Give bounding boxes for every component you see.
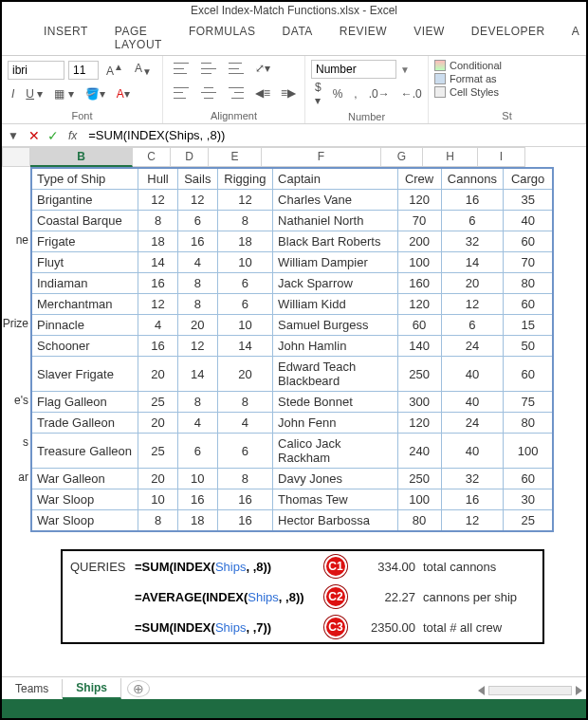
header-hull[interactable]: Hull xyxy=(138,168,178,190)
col-header-c[interactable]: C xyxy=(133,147,171,167)
query-formula-2[interactable]: =AVERAGE(INDEX(Ships, ,8)) xyxy=(135,590,324,604)
cell[interactable]: 8 xyxy=(138,211,178,231)
col-header-f[interactable]: F xyxy=(262,147,381,167)
query-formula-3[interactable]: =SUM(INDEX(Ships, ,7)) xyxy=(135,620,324,635)
cell[interactable]: War Galleon xyxy=(31,469,138,489)
cell[interactable]: 6 xyxy=(217,294,272,315)
cell[interactable]: 80 xyxy=(397,510,441,532)
cell[interactable]: 4 xyxy=(138,315,178,336)
cell[interactable]: 8 xyxy=(217,211,272,231)
table-row[interactable]: Merchantman1286William Kidd1201260 xyxy=(31,294,553,315)
tab-page-layout[interactable]: PAGE LAYOUT xyxy=(101,21,175,55)
cell[interactable]: 14 xyxy=(441,252,504,273)
table-row[interactable]: Brigantine121212Charles Vane1201635 xyxy=(31,190,553,211)
cell[interactable]: 10 xyxy=(138,489,178,510)
cell[interactable]: 140 xyxy=(397,336,441,357)
cell[interactable]: 6 xyxy=(217,273,272,294)
table-row[interactable]: Treasure Galleon2566Calico Jack Rackham2… xyxy=(31,434,553,469)
cell[interactable]: Black Bart Roberts xyxy=(273,231,397,252)
table-row[interactable]: War Sloop81816Hector Barbossa801225 xyxy=(31,510,553,532)
cell[interactable]: Nathaniel North xyxy=(273,211,397,231)
cell[interactable]: 300 xyxy=(397,392,441,413)
col-header-b[interactable]: B xyxy=(30,147,133,167)
header-rigging[interactable]: Rigging xyxy=(217,168,272,190)
cell[interactable]: Trade Galleon xyxy=(31,413,138,434)
cell[interactable]: Thomas Tew xyxy=(273,489,397,510)
tab-review[interactable]: REVIEW xyxy=(326,21,400,55)
cell[interactable]: William Dampier xyxy=(273,252,397,273)
decrease-indent-button[interactable]: ◀≡ xyxy=(251,84,274,102)
cell[interactable]: 6 xyxy=(217,434,272,469)
cell[interactable]: Slaver Frigate xyxy=(31,357,138,392)
cell[interactable]: Frigate xyxy=(31,231,138,252)
cell[interactable]: 70 xyxy=(397,211,441,231)
sheet-tab-teams[interactable]: Teams xyxy=(2,679,63,698)
align-left-button[interactable] xyxy=(169,84,193,102)
cell[interactable]: 8 xyxy=(217,469,272,489)
format-as-table-button[interactable]: Format as xyxy=(434,73,579,84)
cell[interactable]: 160 xyxy=(397,273,441,294)
fill-color-button[interactable]: 🪣▾ xyxy=(82,85,109,102)
cell[interactable]: 16 xyxy=(138,336,178,357)
cell[interactable]: 12 xyxy=(138,190,178,211)
cell[interactable]: 25 xyxy=(138,434,178,469)
align-bottom-button[interactable] xyxy=(224,60,248,77)
cell[interactable]: 20 xyxy=(138,469,178,489)
cell[interactable]: 75 xyxy=(504,392,553,413)
table-row[interactable]: Frigate181618Black Bart Roberts2003260 xyxy=(31,231,553,252)
cell[interactable]: John Fenn xyxy=(273,413,397,434)
cell[interactable]: Stede Bonnet xyxy=(273,392,397,413)
cell[interactable]: 6 xyxy=(441,211,504,231)
accounting-format-button[interactable]: $ ▾ xyxy=(311,79,325,109)
scroll-track[interactable] xyxy=(488,686,572,695)
cell[interactable]: 80 xyxy=(504,413,553,434)
cell[interactable]: 120 xyxy=(397,190,441,211)
fx-icon[interactable]: fx xyxy=(63,129,83,142)
cell[interactable]: 40 xyxy=(441,434,504,469)
cell[interactable]: 20 xyxy=(138,357,178,392)
header-crew[interactable]: Crew xyxy=(397,168,441,190)
align-top-button[interactable] xyxy=(169,60,193,77)
tab-data[interactable]: DATA xyxy=(269,21,326,55)
cell-styles-button[interactable]: Cell Styles xyxy=(434,86,579,98)
cell[interactable]: 14 xyxy=(138,252,178,273)
table-row[interactable]: Indiaman1686Jack Sparrow1602080 xyxy=(31,273,553,294)
cell[interactable]: 120 xyxy=(397,294,441,315)
cell[interactable]: 50 xyxy=(504,336,553,357)
cell[interactable]: 12 xyxy=(138,294,178,315)
col-header-d[interactable]: D xyxy=(171,147,209,167)
cell[interactable]: 16 xyxy=(441,489,504,510)
comma-format-button[interactable]: , xyxy=(350,85,360,102)
orientation-button[interactable]: ⤢▾ xyxy=(251,60,274,77)
cell[interactable]: William Kidd xyxy=(273,294,397,315)
cell[interactable]: 10 xyxy=(177,469,217,489)
cell[interactable]: 24 xyxy=(441,413,504,434)
cell[interactable]: 40 xyxy=(504,211,553,231)
cell[interactable]: Charles Vane xyxy=(273,190,397,211)
query-formula-1[interactable]: =SUM(INDEX(Ships, ,8)) xyxy=(135,560,324,574)
cell[interactable]: 4 xyxy=(177,413,217,434)
percent-format-button[interactable]: % xyxy=(329,85,347,102)
cell[interactable]: 8 xyxy=(177,392,217,413)
borders-button[interactable]: ▦ ▾ xyxy=(50,85,77,102)
cell[interactable]: 12 xyxy=(441,510,504,532)
cell[interactable]: 250 xyxy=(397,469,441,489)
cell[interactable]: 16 xyxy=(217,510,272,532)
cell[interactable]: Samuel Burgess xyxy=(273,315,397,336)
header-sails[interactable]: Sails xyxy=(177,168,217,190)
font-name-combo[interactable] xyxy=(8,61,64,80)
cell[interactable]: 35 xyxy=(504,190,553,211)
cell[interactable]: 18 xyxy=(217,231,272,252)
cell[interactable]: 120 xyxy=(397,413,441,434)
align-middle-button[interactable] xyxy=(196,60,221,77)
cell[interactable]: 8 xyxy=(138,510,178,532)
cell[interactable]: 20 xyxy=(441,273,504,294)
cell[interactable]: 32 xyxy=(441,231,504,252)
font-size-combo[interactable] xyxy=(68,61,99,80)
cell[interactable]: 6 xyxy=(177,211,217,231)
conditional-formatting-button[interactable]: Conditional xyxy=(434,60,579,71)
increase-font-button[interactable]: A▲ xyxy=(102,60,127,80)
cell[interactable]: 30 xyxy=(504,489,553,510)
cell[interactable]: Edward Teach Blackbeard xyxy=(273,357,397,392)
cell[interactable]: 6 xyxy=(441,315,504,336)
